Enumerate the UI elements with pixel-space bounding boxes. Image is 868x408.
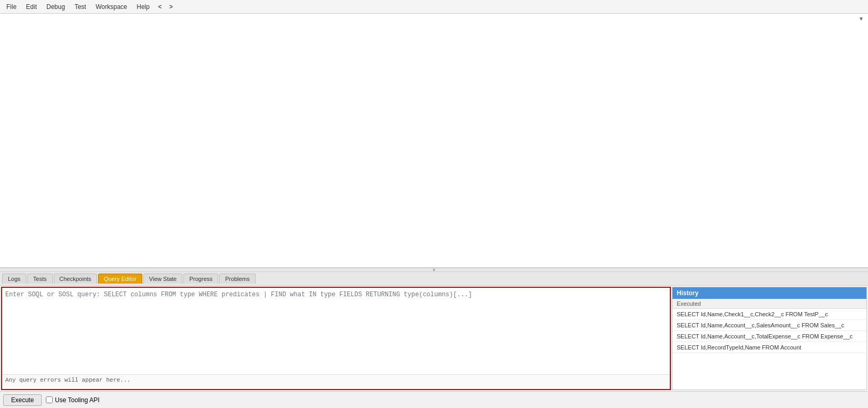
tab-problems[interactable]: Problems — [219, 274, 255, 284]
bottom-toolbar: Execute Use Tooling API — [0, 391, 868, 408]
tab-logs[interactable]: Logs — [2, 274, 26, 284]
history-item[interactable]: SELECT Id,Name,Account__c,SalesAmount__c… — [672, 320, 866, 331]
menu-edit[interactable]: Edit — [22, 2, 41, 12]
history-panel: History Executed SELECT Id,Name,Check1__… — [672, 287, 867, 390]
history-item[interactable]: SELECT Id,RecordTypeId,Name FROM Account — [672, 342, 866, 353]
use-tooling-api-label[interactable]: Use Tooling API — [46, 396, 100, 404]
lower-area: Logs Tests Checkpoints Query Editor View… — [0, 272, 868, 408]
resize-handle[interactable] — [0, 268, 868, 272]
history-executed-label: Executed — [672, 299, 866, 309]
tab-progress[interactable]: Progress — [183, 274, 218, 284]
menu-workspace[interactable]: Workspace — [91, 2, 131, 12]
history-item[interactable]: SELECT Id,Name,Account__c,TotalExpense__… — [672, 331, 866, 342]
history-item[interactable]: SELECT Id,Name,Check1__c,Check2__c FROM … — [672, 309, 866, 320]
menu-help[interactable]: Help — [132, 2, 154, 12]
upper-panel: ▼ — [0, 14, 868, 268]
menubar: File Edit Debug Test Workspace Help < > — [0, 0, 868, 14]
nav-back-button[interactable]: < — [155, 2, 165, 12]
tab-query-editor[interactable]: Query Editor — [98, 274, 142, 284]
main-area: ▼ Logs Tests Checkpoints Query Editor Vi… — [0, 14, 868, 408]
use-tooling-api-checkbox[interactable] — [46, 396, 53, 403]
query-editor-input[interactable] — [2, 288, 670, 374]
execute-button[interactable]: Execute — [3, 394, 42, 406]
menu-file[interactable]: File — [2, 2, 21, 12]
history-header: History — [672, 287, 866, 299]
tab-checkpoints[interactable]: Checkpoints — [54, 274, 97, 284]
collapse-button[interactable]: ▼ — [856, 15, 866, 23]
menu-debug[interactable]: Debug — [42, 2, 69, 12]
nav-forward-button[interactable]: > — [166, 2, 176, 12]
tab-tests[interactable]: Tests — [27, 274, 53, 284]
tabs-row: Logs Tests Checkpoints Query Editor View… — [0, 272, 868, 286]
content-split: Any query errors will appear here... His… — [0, 286, 868, 391]
menu-test[interactable]: Test — [70, 2, 90, 12]
tab-view-state[interactable]: View State — [143, 274, 182, 284]
query-error-area: Any query errors will appear here... — [2, 374, 670, 389]
use-tooling-api-text: Use Tooling API — [55, 396, 100, 404]
query-editor-panel: Any query errors will appear here... — [1, 287, 671, 390]
